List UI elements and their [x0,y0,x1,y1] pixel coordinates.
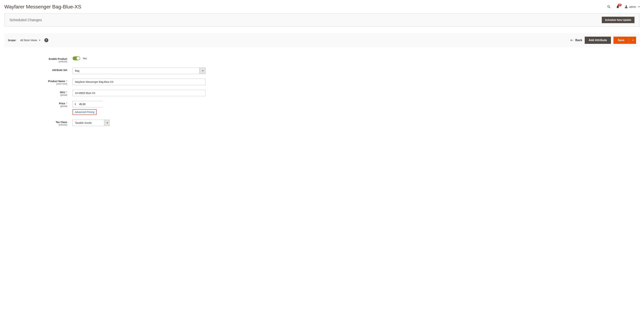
scheduled-changes-title: Scheduled Changes [10,18,42,22]
chevron-down-icon [39,40,40,41]
add-attribute-button[interactable]: Add Attribute [585,37,611,44]
header-actions: 39 admin [607,5,640,9]
product-name-input[interactable] [72,79,206,85]
sku-input[interactable] [72,90,206,96]
product-name-row: Product Name* [store view] [4,79,640,85]
scope-label: Scope: [8,39,16,42]
enable-product-toggle[interactable] [72,56,80,60]
attribute-set-select[interactable]: Bag [72,67,206,74]
search-icon[interactable] [607,5,611,9]
arrow-left-icon [570,39,574,41]
required-indicator: * [66,102,67,105]
price-scope: [global] [4,105,67,107]
attribute-set-label: Attribute Set [52,69,67,71]
save-dropdown-button[interactable] [629,37,636,44]
save-button[interactable]: Save [614,37,629,44]
enable-product-row: Enable Product [website] Yes [4,56,640,63]
tax-class-scope: [website] [4,124,67,126]
action-buttons: Back Add Attribute Save [570,37,636,44]
price-input[interactable] [78,101,112,107]
action-bar: Scope: All Store Views ? Back Add Attrib… [4,33,640,47]
currency-symbol: $ [73,103,78,106]
attribute-set-value: Bag [73,69,199,72]
scope-group: Scope: All Store Views ? [8,38,48,42]
price-label: Price [59,102,65,105]
scheduled-changes-panel: Scheduled Changes Schedule New Update [4,13,640,26]
price-row: Price* [global] $ Advanced Pricing [4,101,640,115]
tax-class-label: Tax Class [56,121,67,124]
tax-class-value: Taxable Goods [73,121,104,124]
tax-class-dropdown-button[interactable] [104,120,110,126]
admin-user-name: admin [629,5,636,8]
admin-user-menu[interactable]: admin [624,5,640,8]
enable-product-label: Enable Product [49,57,67,60]
sku-label: SKU [60,91,65,94]
user-icon [624,5,628,8]
tax-class-row: Tax Class [website] Taxable Goods [4,120,640,126]
product-name-scope: [store view] [4,83,67,85]
sku-scope: [global] [4,94,67,96]
notifications-icon[interactable]: 39 [616,5,620,9]
enable-product-value: Yes [83,57,87,60]
chevron-down-icon [638,6,640,7]
advanced-pricing-link[interactable]: Advanced Pricing [72,109,96,115]
notification-badge: 39 [618,4,622,6]
scope-selector[interactable]: All Store Views [20,39,40,42]
attribute-set-row: Attribute Set Bag [4,67,640,74]
chevron-down-icon [106,122,108,123]
chevron-down-icon [202,70,204,71]
page-title: Wayfarer Messenger Bag-Blue-XS [4,4,81,10]
product-form: Enable Product [website] Yes Attribute S… [4,56,640,126]
product-name-label: Product Name [48,80,65,83]
chevron-down-icon [632,40,634,41]
schedule-new-update-button[interactable]: Schedule New Update [602,17,634,23]
back-button[interactable]: Back [570,39,582,42]
save-button-group: Save [614,37,636,44]
required-indicator: * [66,91,67,94]
tax-class-select[interactable]: Taxable Goods [72,120,110,126]
help-icon[interactable]: ? [44,38,48,42]
required-indicator: * [66,80,67,83]
scope-value: All Store Views [20,39,37,42]
sku-row: SKU* [global] [4,90,640,96]
price-input-wrapper: $ [72,101,103,107]
attribute-set-dropdown-button[interactable] [199,68,206,74]
enable-product-scope: [website] [4,60,67,63]
page-header: Wayfarer Messenger Bag-Blue-XS 39 admin [4,2,640,13]
